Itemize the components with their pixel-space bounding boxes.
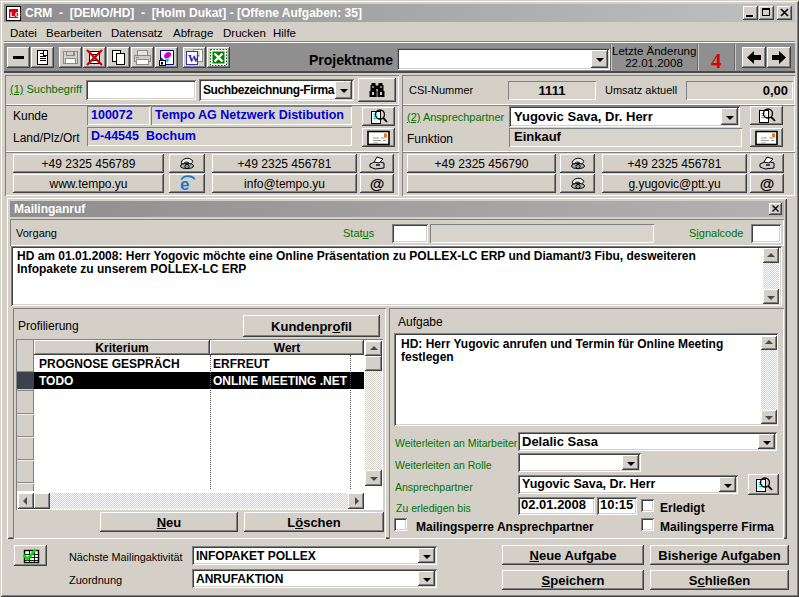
svg-text:W: W [188,52,199,64]
